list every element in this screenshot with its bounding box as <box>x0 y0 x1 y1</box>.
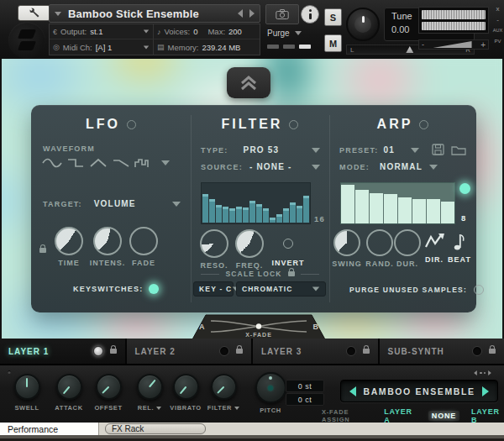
tab-performance[interactable]: Performance <box>0 423 99 435</box>
vibrato-knob[interactable] <box>173 374 199 400</box>
release-dropdown-icon[interactable] <box>156 407 161 410</box>
minimize-button[interactable]: - <box>491 14 504 25</box>
release-label: REL. <box>138 404 154 412</box>
arp-power-led[interactable] <box>419 120 428 129</box>
sub-synth-lock-icon[interactable] <box>489 349 496 354</box>
purge-unused-toggle[interactable] <box>474 285 484 295</box>
invert-toggle[interactable] <box>283 239 293 249</box>
save-preset-icon[interactable] <box>432 144 444 155</box>
panel-scroller[interactable] <box>473 369 492 377</box>
key-select[interactable]: KEY - C <box>193 281 234 297</box>
snapshot-camera-button[interactable] <box>265 4 299 24</box>
volume-plus-label[interactable]: + <box>480 40 486 50</box>
invert-label: INVERT <box>265 259 312 267</box>
layer-3-indicator[interactable] <box>346 346 356 356</box>
tab-layer-3[interactable]: LAYER 3 <box>253 339 378 364</box>
midi-dropdown-icon[interactable] <box>144 45 149 49</box>
memory-label: Memory: <box>168 43 199 52</box>
xfade-option-layer-a[interactable]: LAYER A <box>384 407 417 424</box>
solo-button[interactable]: S <box>324 8 342 26</box>
load-preset-icon[interactable] <box>451 144 466 155</box>
filter-power-led[interactable] <box>289 120 298 129</box>
pitch-semitone-display[interactable]: 0 st <box>286 380 324 392</box>
arp-mode-row[interactable]: MODE: NORMAL <box>339 162 423 171</box>
tab-layer-2[interactable]: LAYER 2 <box>127 339 252 364</box>
time-knob[interactable] <box>55 227 83 255</box>
target-dropdown-icon[interactable] <box>172 202 181 207</box>
attack-label: ATTACK <box>55 404 82 412</box>
filter-type-row[interactable]: TYPE: PRO 53 <box>201 145 320 155</box>
output-row[interactable]: € Output: st.1 <box>50 24 154 39</box>
lfo-target-row[interactable]: TARGET: VOLUME <box>43 199 181 208</box>
collapse-panel-button[interactable] <box>227 67 270 98</box>
filter-type-dropdown-icon[interactable] <box>312 148 320 153</box>
instrument-menu-icon[interactable] <box>55 12 61 16</box>
release-knob[interactable] <box>137 374 163 400</box>
scale-lock-icon[interactable] <box>288 271 295 276</box>
info-button[interactable] <box>301 5 319 24</box>
volume-slider[interactable]: - + <box>418 39 489 50</box>
prev-instrument-icon[interactable] <box>238 9 243 18</box>
xfade-option-layer-b[interactable]: LAYER B <box>471 407 504 424</box>
arp-mode-dropdown-icon[interactable] <box>429 165 438 170</box>
layer-1-lock-icon[interactable] <box>110 349 117 354</box>
midi-icon: ◎ <box>53 43 60 51</box>
layer-3-lock-icon[interactable] <box>363 349 370 354</box>
filter-source-dropdown-icon[interactable] <box>312 165 320 170</box>
purge-dropdown-icon[interactable] <box>295 31 302 35</box>
volume-wedge[interactable] <box>433 41 472 48</box>
keyswitches-toggle[interactable] <box>149 284 159 294</box>
xfade-option-none[interactable]: NONE <box>428 411 459 421</box>
filter-knob[interactable] <box>211 374 237 400</box>
intensity-knob[interactable] <box>93 227 122 255</box>
waveform-dropdown-icon[interactable] <box>161 160 170 165</box>
scale-dropdown-icon[interactable] <box>312 286 320 291</box>
lfo-power-led[interactable] <box>127 120 136 129</box>
layer-2-indicator[interactable] <box>219 346 229 356</box>
filter-step-sequencer[interactable] <box>201 182 311 224</box>
pan-center-marker[interactable] <box>406 46 413 53</box>
tune-knob[interactable] <box>346 8 380 41</box>
next-instrument-icon[interactable] <box>249 9 255 18</box>
instrument-title-bar[interactable]: Bamboo Stick Ensemble <box>49 4 260 23</box>
scale-select[interactable]: CHROMATIC <box>236 281 326 297</box>
pitch-knob[interactable] <box>255 372 286 403</box>
pv-button[interactable]: PV <box>491 36 504 47</box>
scroll-left-icon[interactable] <box>474 370 477 375</box>
arp-velocity-steps[interactable] <box>340 182 455 224</box>
attack-knob-pointer <box>62 386 70 394</box>
resonance-knob[interactable] <box>200 229 228 258</box>
purge-menu[interactable]: Purge <box>265 26 319 39</box>
pitch-cent-display[interactable]: 0 ct <box>286 393 324 406</box>
triangle-wave-icon <box>88 157 108 169</box>
midi-row[interactable]: ◎ Midi Ch: [A] 1 <box>50 39 154 55</box>
xfade-control[interactable]: A B X-FADE <box>192 314 325 339</box>
arp-preset-dropdown-icon[interactable] <box>411 148 419 153</box>
tab-fx-rack[interactable]: FX Rack <box>105 423 206 434</box>
volume-minus-label[interactable]: - <box>422 40 424 49</box>
attack-knob[interactable] <box>56 374 82 400</box>
ensemble-selector[interactable]: BAMBOO ENSEMBLE <box>340 380 498 402</box>
output-dropdown-icon[interactable] <box>144 30 149 34</box>
fade-knob[interactable] <box>129 227 158 255</box>
swell-knob[interactable] <box>14 374 40 400</box>
aux-button[interactable]: AUX <box>491 25 504 36</box>
filter-source-row[interactable]: SOURCE: - NONE - <box>201 162 320 171</box>
next-ensemble-icon[interactable] <box>482 386 489 396</box>
tab-sub-synth[interactable]: SUB-SYNTH <box>380 339 504 364</box>
mute-button[interactable]: M <box>324 34 342 52</box>
layer-2-lock-icon[interactable] <box>236 349 243 354</box>
sub-synth-indicator[interactable] <box>472 346 482 356</box>
layer-1-indicator[interactable] <box>93 346 103 356</box>
frequency-knob[interactable] <box>235 229 264 258</box>
filter-dropdown-icon[interactable] <box>234 407 239 410</box>
scroll-right-icon[interactable] <box>488 370 491 375</box>
close-button[interactable]: x <box>491 3 504 14</box>
beat-note-icon[interactable] <box>454 231 465 251</box>
arp-velocity-led[interactable] <box>459 183 470 194</box>
offset-knob[interactable] <box>96 374 122 400</box>
arp-preset-row[interactable]: PRESET: 01 <box>339 145 419 155</box>
edit-wrench-button[interactable] <box>18 5 50 21</box>
tab-layer-1[interactable]: LAYER 1 <box>0 339 125 364</box>
prev-ensemble-icon[interactable] <box>349 386 356 396</box>
